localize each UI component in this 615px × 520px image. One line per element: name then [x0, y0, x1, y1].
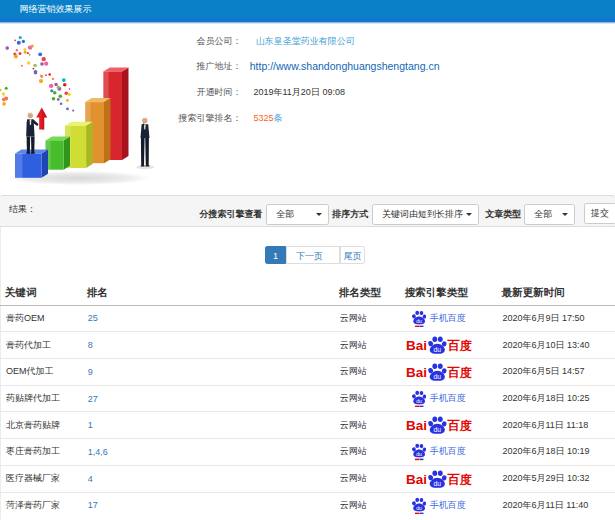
svg-text:Bai: Bai [406, 338, 427, 353]
svg-text:Bai: Bai [406, 471, 427, 486]
svg-text:百度: 百度 [446, 472, 471, 486]
svg-text:百度: 百度 [446, 339, 471, 353]
svg-text:Bai: Bai [406, 418, 427, 433]
svg-text:百度: 百度 [446, 419, 471, 433]
svg-text:Bai: Bai [406, 365, 427, 380]
svg-text:百度: 百度 [446, 365, 471, 379]
